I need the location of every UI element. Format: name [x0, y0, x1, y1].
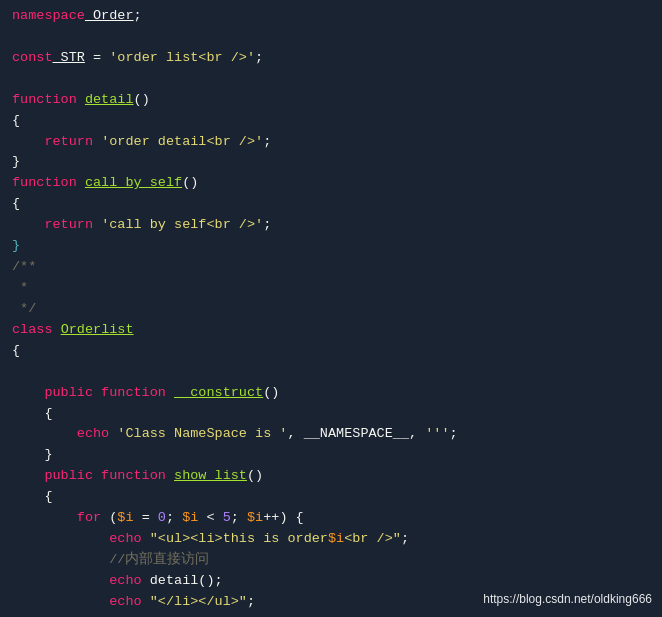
code-line: echo detail();	[0, 571, 662, 592]
code-line: }	[0, 613, 662, 617]
code-line: }	[0, 445, 662, 466]
code-line	[0, 69, 662, 90]
code-line: }	[0, 152, 662, 173]
code-line: /**	[0, 257, 662, 278]
code-line: {	[0, 341, 662, 362]
code-line: //内部直接访问	[0, 550, 662, 571]
code-editor: namespace Order; const STR = 'order list…	[0, 0, 662, 617]
watermark: https://blog.csdn.net/oldking666	[483, 590, 652, 609]
code-line: class Orderlist	[0, 320, 662, 341]
code-line	[0, 362, 662, 383]
code-line	[0, 27, 662, 48]
code-line: const STR = 'order list<br />';	[0, 48, 662, 69]
code-line: namespace Order;	[0, 6, 662, 27]
code-line: function detail()	[0, 90, 662, 111]
code-line: echo "<ul><li>this is order$i<br />";	[0, 529, 662, 550]
code-line: for ($i = 0; $i < 5; $i++) {	[0, 508, 662, 529]
code-line: echo 'Class NameSpace is ', __NAMESPACE_…	[0, 424, 662, 445]
code-line: */	[0, 299, 662, 320]
code-line: {	[0, 111, 662, 132]
code-line: *	[0, 278, 662, 299]
code-line: return 'call by self<br />';	[0, 215, 662, 236]
code-line: }	[0, 236, 662, 257]
code-line: public function show_list()	[0, 466, 662, 487]
code-line: {	[0, 487, 662, 508]
code-line: {	[0, 404, 662, 425]
code-line: function call_by_self()	[0, 173, 662, 194]
code-line: return 'order detail<br />';	[0, 132, 662, 153]
code-line: {	[0, 194, 662, 215]
code-line: public function __construct()	[0, 383, 662, 404]
code-block: namespace Order; const STR = 'order list…	[0, 6, 662, 617]
